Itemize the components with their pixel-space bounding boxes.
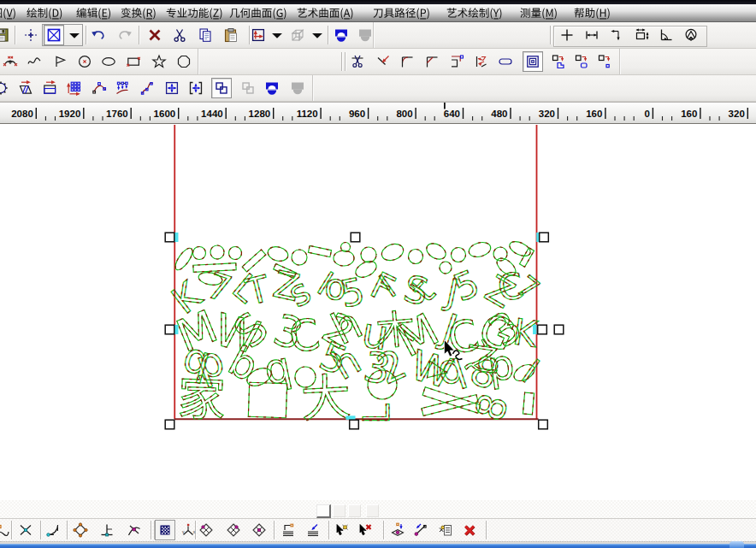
toolbar2-button-copy-contour-2[interactable] (571, 51, 592, 72)
toolbar3-button-spline-edit[interactable] (137, 78, 157, 98)
toolbar3-button-node-edit[interactable] (112, 78, 133, 98)
toolbar3-button-mold-blue[interactable] (262, 78, 282, 98)
part-shape[interactable] (295, 367, 316, 387)
toolbar1-button-measure-angle[interactable] (656, 25, 676, 45)
toolbar1-button-mold-gray[interactable] (355, 25, 375, 45)
snapbar-button-snap-grid[interactable] (155, 520, 175, 540)
canvas-drawing[interactable]: KK77LLTTZZsslloo55FFllSSttJJ55ZZCC77MMWW… (0, 125, 756, 500)
toolbar3-button-gear[interactable] (0, 78, 11, 98)
toolbar1-button-measure-dist[interactable] (582, 25, 602, 45)
toolbar1-button-delete[interactable] (145, 25, 165, 45)
toolbar1-button-dropdown[interactable] (267, 25, 287, 45)
toolbar3-button-stretch[interactable] (39, 78, 60, 98)
toolbar2-button-draw-star[interactable] (149, 51, 169, 72)
toolbar1-button-save[interactable] (0, 25, 12, 45)
toolbar1-button-redo[interactable] (115, 25, 135, 45)
snapbar-button-snap-clear[interactable] (460, 520, 481, 540)
drawing-canvas[interactable]: KK77LLTTZZsslloo55FFllSSttJJ55ZZCC77MMWW… (0, 125, 756, 500)
part-shape[interactable] (519, 248, 534, 268)
toolbar2-button-draw-octagon[interactable] (174, 51, 194, 72)
toolbar2-button-copy-contour-1[interactable] (548, 51, 569, 72)
selection-handle[interactable] (165, 420, 174, 429)
snapbar-button-grid-plane-yz[interactable] (223, 520, 244, 540)
toolbar2-button-slot-oval[interactable] (495, 51, 516, 72)
part-shape[interactable] (361, 247, 376, 262)
toolbar1-button-mold-blue[interactable] (331, 25, 351, 45)
snapbar-button-select-snap-point[interactable] (332, 520, 352, 540)
menu-item-5[interactable] (229, 4, 287, 21)
selection-handle[interactable] (540, 233, 549, 242)
frame-handle-cyan[interactable] (533, 325, 537, 334)
toolbar2-button-draw-polyline[interactable] (24, 51, 44, 72)
snapbar-button-snap-tangent-arc[interactable] (43, 520, 63, 540)
toolbar1-button-measure-rect[interactable] (631, 25, 652, 45)
toolbar3-button-scale-brackets[interactable] (186, 78, 206, 98)
toolbar3-button-group[interactable] (211, 78, 232, 98)
part-shape[interactable] (409, 250, 423, 264)
snapbar-button-grid-plane-zx[interactable] (249, 520, 269, 540)
snapbar-button-grid-plane-xy[interactable] (196, 520, 216, 540)
toolbar1-button-dropdown[interactable] (307, 25, 328, 45)
selection-handle[interactable] (165, 325, 174, 334)
part-shape[interactable]: ll (515, 353, 545, 391)
part-shape[interactable] (193, 247, 206, 260)
horizontal-scrollbar[interactable] (0, 500, 756, 518)
toolbar2-button-trim-scissors[interactable] (347, 51, 368, 72)
scrollbar-ghost-button[interactable] (333, 504, 346, 517)
toolbar1-button-dropdown[interactable] (64, 25, 85, 45)
toolbar1-button-cube-3d[interactable] (287, 25, 308, 45)
menu-item-0[interactable] (0, 4, 16, 21)
toolbar2-button-draw-ellipse[interactable] (98, 51, 119, 72)
toolbar1-button-copy[interactable] (195, 25, 216, 45)
taskbar-button-edge[interactable] (729, 541, 744, 548)
frame-handle-cyan[interactable] (174, 325, 179, 334)
menu-item-7[interactable] (373, 4, 430, 21)
snapbar-button-layer-move[interactable] (278, 520, 298, 540)
menu-item-4[interactable] (166, 4, 223, 21)
scrollbar-ghost-button[interactable] (366, 504, 379, 517)
toolbar1-button-measure-point[interactable] (557, 25, 577, 45)
part-shape[interactable] (380, 241, 406, 263)
toolbar3-button-pan-box[interactable] (162, 78, 182, 98)
selection-handle[interactable] (351, 233, 360, 242)
toolbar2-button-offset[interactable] (446, 51, 467, 72)
snapbar-button-snap-perpendicular[interactable] (97, 520, 117, 540)
snapbar-button-select-snap-off[interactable] (355, 520, 375, 540)
toolbar2-button-fillet[interactable] (397, 51, 417, 72)
toolbar1-button-pick-box[interactable] (44, 25, 64, 45)
part-shape[interactable] (467, 240, 492, 259)
toolbar2-button-draw-flag[interactable] (50, 51, 70, 72)
menu-item-3[interactable] (121, 4, 157, 21)
toolbar1-button-transform-move[interactable] (248, 25, 269, 45)
toolbar2-button-copy-contour-3[interactable] (594, 51, 615, 72)
selection-handle[interactable] (350, 420, 359, 429)
menu-item-8[interactable] (446, 4, 503, 21)
menu-item-6[interactable] (297, 4, 354, 21)
toolbar3-button-skew[interactable] (15, 78, 36, 98)
snapbar-button-snap-quadrant[interactable] (70, 520, 91, 540)
part-shape[interactable]: LL (356, 404, 398, 424)
snapbar-button-snap-node[interactable] (0, 520, 13, 540)
scrollbar-thumb[interactable] (316, 504, 331, 518)
nested-parts-selection[interactable]: KK77LLTTZZsslloo55FFllSSttJJ55ZZCC77MMWW… (163, 239, 546, 427)
part-shape[interactable] (452, 248, 466, 262)
toolbar2-button-draw-arc[interactable] (0, 51, 21, 72)
toolbar2-button-island-fill[interactable] (523, 51, 543, 72)
part-shape[interactable]: 88 (466, 388, 518, 427)
toolbar1-button-paste[interactable] (221, 25, 241, 45)
part-shape[interactable] (334, 250, 354, 266)
menu-item-10[interactable] (574, 4, 611, 21)
toolbar1-button-crosshair[interactable] (21, 25, 41, 45)
menu-item-1[interactable] (27, 4, 63, 21)
toolbar2-button-draw-circle[interactable] (74, 51, 95, 72)
toolbar1-button-undo[interactable] (88, 25, 109, 45)
part-shape[interactable] (172, 245, 195, 272)
snapbar-button-project-line[interactable] (410, 520, 431, 540)
menu-item-9[interactable] (520, 4, 558, 21)
part-shape[interactable] (210, 245, 224, 259)
frame-handle-cyan[interactable] (174, 233, 179, 242)
snapbar-button-snap-list[interactable] (435, 520, 456, 540)
toolbar1-button-measure-dist-l[interactable] (606, 25, 627, 45)
toolbar3-button-array-grid[interactable] (63, 78, 84, 98)
part-shape[interactable] (292, 250, 307, 265)
